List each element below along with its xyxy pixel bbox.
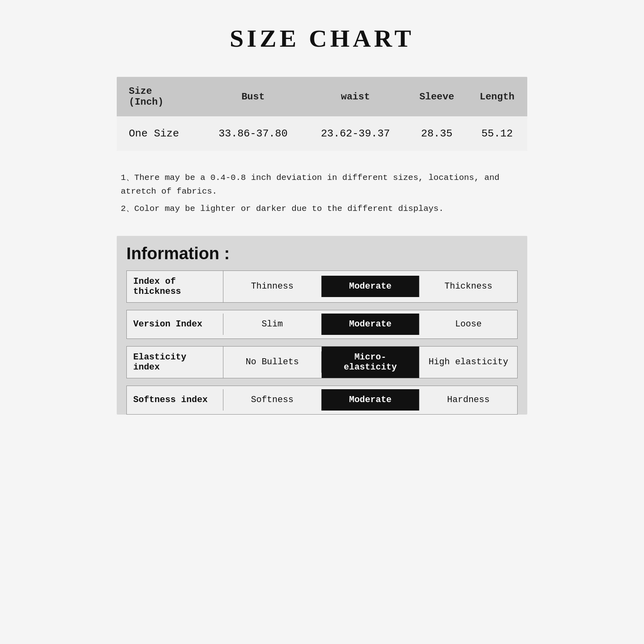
cell-sleeve: 28.35 <box>407 116 467 151</box>
note-item: 1、There may be a 0.4-0.8 inch deviation … <box>121 171 523 198</box>
info-row: Elasticity indexNo BulletsMicro-elastici… <box>126 346 518 378</box>
info-row-option: Micro-elasticity <box>322 347 420 378</box>
note-item: 2、Color may be lighter or darker due to … <box>121 202 523 216</box>
cell-bust: 33.86-37.80 <box>202 116 304 151</box>
info-row-option: Thinness <box>223 276 322 297</box>
page-title: SIZE CHART <box>117 24 527 53</box>
cell-length: 55.12 <box>467 116 527 151</box>
cell-waist: 23.62-39.37 <box>304 116 407 151</box>
info-row-option: Moderate <box>322 389 420 411</box>
info-row-option: Slim <box>223 314 322 335</box>
info-row-label: Version Index <box>127 314 223 335</box>
col-header-waist: waist <box>304 77 407 116</box>
info-row-label: Index of thickness <box>127 271 223 302</box>
col-header-bust: Bust <box>202 77 304 116</box>
size-table-wrapper: Size(Inch) Bust waist Sleeve Length One … <box>117 77 527 151</box>
info-row: Softness indexSoftnessModerateHardness <box>126 386 518 415</box>
info-row: Version IndexSlimModerateLoose <box>126 310 518 339</box>
info-row-option: Hardness <box>419 389 517 411</box>
info-section: Information : Index of thicknessThinness… <box>117 236 527 415</box>
info-row-option: Moderate <box>322 276 420 297</box>
page-container: SIZE CHART Size(Inch) Bust waist Sleeve … <box>101 0 543 446</box>
table-row: One Size 33.86-37.80 23.62-39.37 28.35 5… <box>117 116 527 151</box>
size-table: Size(Inch) Bust waist Sleeve Length One … <box>117 77 527 151</box>
info-row-option: No Bullets <box>223 351 322 373</box>
info-row-option: Loose <box>419 314 517 335</box>
info-row-option: Moderate <box>322 314 420 335</box>
info-row: Index of thicknessThinnessModerateThickn… <box>126 270 518 303</box>
col-header-size: Size(Inch) <box>117 77 202 116</box>
info-row-label: Softness index <box>127 389 223 411</box>
col-header-length: Length <box>467 77 527 116</box>
info-title: Information : <box>126 244 518 263</box>
info-row-label: Elasticity index <box>127 347 223 378</box>
table-header-row: Size(Inch) Bust waist Sleeve Length <box>117 77 527 116</box>
info-row-option: Softness <box>223 389 322 411</box>
info-row-option: Thickness <box>419 276 517 297</box>
col-header-sleeve: Sleeve <box>407 77 467 116</box>
cell-size: One Size <box>117 116 202 151</box>
info-row-option: High elasticity <box>419 351 517 373</box>
notes-section: 1、There may be a 0.4-0.8 inch deviation … <box>117 171 527 216</box>
